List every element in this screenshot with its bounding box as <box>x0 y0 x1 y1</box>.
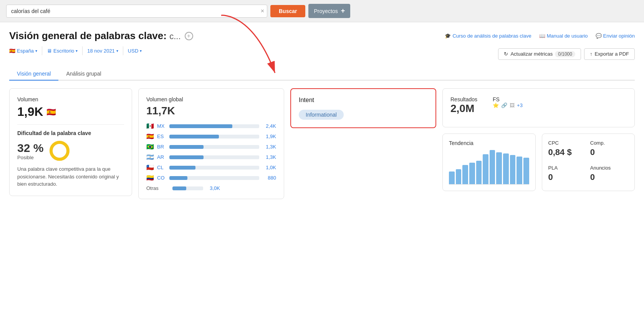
cpc-grid: CPC 0,84 $ Comp. 0 PLA 0 Anuncios <box>548 140 629 182</box>
mx-flag: 🇲🇽 <box>146 122 154 130</box>
chart-bar-7 <box>496 152 502 184</box>
chevron-currency-icon: ▾ <box>140 49 142 53</box>
cl-bar <box>169 166 259 170</box>
resultados-card: Resultados 2,0M FS ⭐ 🔗 🖼 +3 <box>442 88 635 127</box>
intent-card: Intent Informational <box>290 88 436 128</box>
br-bar <box>169 145 259 149</box>
otras-bar-fill <box>172 186 186 190</box>
chart-bar-5 <box>483 154 488 184</box>
star-icon: ⭐ <box>493 102 499 108</box>
filters-row: 🇪🇸 España ▾ 🖥 Escritorio ▾ 18 nov 2021 ▾… <box>9 46 146 55</box>
fs-label: FS <box>493 96 523 102</box>
otras-row: Otras 3,0K <box>146 185 276 191</box>
exportar-pdf-button[interactable]: ↑ Exportar a PDF <box>584 48 635 60</box>
opinion-link[interactable]: 💬 Enviar opinión <box>596 33 635 39</box>
cards-grid: Volumen 1,9K 🇪🇸 Dificultad de la palabra… <box>9 88 635 199</box>
manual-link[interactable]: 📖 Manual de usuario <box>539 33 588 39</box>
chart-bar-4 <box>476 161 482 184</box>
ar-bar-fill <box>169 155 204 159</box>
volume-flag: 🇪🇸 <box>46 107 56 117</box>
curso-link[interactable]: 🎓 Curso de análisis de palabras clave <box>445 33 531 39</box>
global-volume-value: 11,7K <box>146 105 276 117</box>
volume-value: 1,9K 🇪🇸 <box>17 105 124 119</box>
tab-analisis-grupal[interactable]: Análisis grupal <box>58 68 109 81</box>
country-row-mx: 🇲🇽 MX 2,4K <box>146 122 276 130</box>
comp-label: Comp. <box>590 140 628 146</box>
br-bar-fill <box>169 145 204 149</box>
refresh-icon: ↻ <box>504 51 508 57</box>
country-row-ar: 🇦🇷 AR 1,3K <box>146 153 276 161</box>
link-icon: 🔗 <box>501 102 507 108</box>
curso-icon: 🎓 <box>445 33 451 39</box>
chart-bar-0 <box>449 171 455 184</box>
country-row-co: 🇨🇴 CO 880 <box>146 174 276 181</box>
pla-label: PLA <box>548 165 586 171</box>
co-bar-fill <box>169 176 187 180</box>
chart-bar-6 <box>490 150 495 184</box>
fs-icons: ⭐ 🔗 🖼 +3 <box>493 102 523 108</box>
global-volume-card: Volumen global 11,7K 🇲🇽 MX 2,4K 🇪🇸 ES 1,… <box>138 88 284 199</box>
tab-vision-general[interactable]: Visión general <box>9 68 58 81</box>
volume-label: Volumen <box>17 96 124 102</box>
filter-device[interactable]: 🖥 Escritorio ▾ <box>42 46 83 55</box>
pla-section: PLA 0 <box>548 165 586 182</box>
es-value: 1,9K <box>262 134 276 139</box>
export-icon: ↑ <box>590 51 593 57</box>
es-flag: 🇪🇸 <box>146 133 154 140</box>
resultados-label: Resultados <box>450 96 477 102</box>
chart-bar-1 <box>456 169 462 184</box>
otras-bar <box>172 186 203 190</box>
mx-code[interactable]: MX <box>157 123 166 129</box>
comp-section: Comp. 0 <box>590 140 628 157</box>
search-input[interactable] <box>6 5 267 18</box>
image-icon: 🖼 <box>510 102 515 108</box>
filter-date[interactable]: 18 nov 2021 ▾ <box>83 46 123 55</box>
co-code[interactable]: CO <box>157 175 166 181</box>
metrics-count: 0/1000 <box>555 51 575 57</box>
es-code[interactable]: ES <box>157 134 166 139</box>
ar-code[interactable]: AR <box>157 154 166 160</box>
br-flag: 🇧🇷 <box>146 143 154 150</box>
filter-country[interactable]: 🇪🇸 España ▾ <box>9 46 42 55</box>
intent-label: Intent <box>299 97 428 104</box>
difficulty-sublabel: Dificultad de la palabra clave <box>17 130 124 136</box>
add-keyword-icon[interactable]: + <box>185 32 193 40</box>
es-bar-fill <box>169 135 219 139</box>
mx-value: 2,4K <box>262 123 276 129</box>
country-row-cl: 🇨🇱 CL 1,0K <box>146 164 276 171</box>
buscar-button[interactable]: Buscar <box>270 5 305 17</box>
intent-badge: Informational <box>299 110 344 120</box>
chart-bar-8 <box>503 153 509 184</box>
br-code[interactable]: BR <box>157 144 166 150</box>
otras-value: 3,0K <box>206 185 220 191</box>
intent-card-wrapper: Intent Informational <box>290 88 436 128</box>
fs-section: FS ⭐ 🔗 🖼 +3 <box>493 96 523 116</box>
search-clear-icon[interactable]: × <box>261 8 264 15</box>
fs-count: +3 <box>517 102 523 108</box>
pla-value: 0 <box>548 172 586 182</box>
br-value: 1,3K <box>262 144 276 150</box>
tendencia-label: Tendencia <box>449 140 529 146</box>
search-bar: × Buscar Proyectos + <box>0 0 644 22</box>
spain-flag: 🇪🇸 <box>9 48 15 54</box>
otras-label: Otras <box>146 185 169 191</box>
anuncios-label: Anuncios <box>590 165 628 171</box>
add-project-icon[interactable]: + <box>341 7 345 15</box>
actualizar-metricas-button[interactable]: ↻ Actualizar métricas 0/1000 <box>498 48 581 60</box>
search-input-wrapper: × <box>6 5 267 18</box>
right-column: Resultados 2,0M FS ⭐ 🔗 🖼 +3 <box>442 88 635 191</box>
chart-bar-2 <box>462 165 468 184</box>
chevron-device-icon: ▾ <box>76 49 78 53</box>
anuncios-value: 0 <box>590 172 628 182</box>
cl-code[interactable]: CL <box>157 165 166 170</box>
chart-bar-3 <box>469 163 475 184</box>
country-row-br: 🇧🇷 BR 1,3K <box>146 143 276 150</box>
cl-bar-fill <box>169 166 195 170</box>
proyectos-button[interactable]: Proyectos + <box>308 4 350 18</box>
filter-currency[interactable]: USD ▾ <box>123 46 146 55</box>
ar-value: 1,3K <box>262 154 276 160</box>
difficulty-row: 32 % Posible <box>17 140 124 162</box>
chart-bar-10 <box>517 157 522 184</box>
chart-bar-9 <box>510 155 516 184</box>
difficulty-donut <box>49 140 70 162</box>
